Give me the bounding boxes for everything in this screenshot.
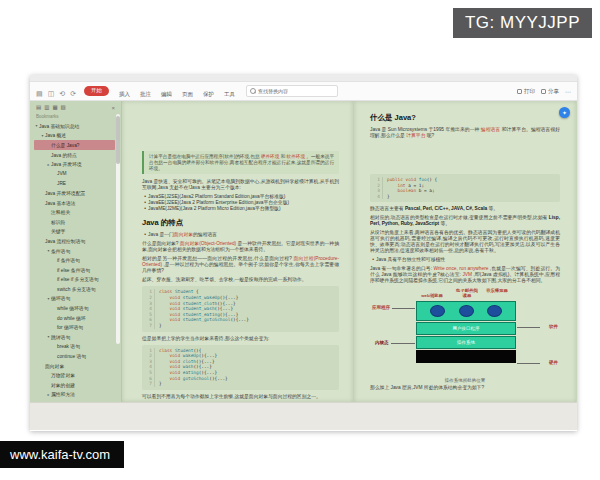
toc-item-3[interactable]: Java 的特点	[34, 150, 115, 160]
toc-item-label: 标识符	[51, 219, 65, 225]
text-run: JavaME(J2ME)(Java 2 Platform Micro Editi…	[148, 206, 280, 212]
toc-item-10[interactable]: 标识符	[34, 217, 115, 227]
bullet-list: •JavaSE(J2SE)(Java2 Platform Standard Ed…	[142, 194, 339, 212]
toc-item-15[interactable]: if else 条件语句	[34, 265, 115, 275]
sidebar-close-icon[interactable]: ×	[111, 105, 115, 111]
redo-icon[interactable]: ⟳	[70, 90, 76, 97]
toc-item-8[interactable]: Java 基本语法	[34, 198, 115, 208]
toc-item-label: 属性和方法	[51, 391, 75, 397]
window-titlebar	[30, 75, 577, 82]
toolbar-button-0[interactable]: 打印	[517, 88, 535, 95]
sidebar-scrollbar-thumb[interactable]	[116, 116, 120, 164]
toc-item-19[interactable]: while 循环语句	[34, 303, 115, 313]
diagram-label-applications: 应用程序	[372, 305, 390, 310]
toc-item-label: if 条件语句	[57, 257, 80, 263]
highlight-text: Write once, run anywhere	[434, 266, 489, 271]
toc-item-7[interactable]: Java 开发环境配置	[34, 188, 115, 198]
line-number: 7	[146, 323, 155, 329]
paragraph: 什么是面向对象? 面向对象(Object-Oriented) 是一种软件开发思想…	[142, 241, 339, 253]
toc-item-label: Java 基本语法	[45, 200, 76, 206]
toc-item-22[interactable]: ▾跳转语句	[34, 332, 115, 342]
text-run: 的编程语言	[193, 232, 217, 238]
toc-item-1[interactable]: ▾Java 概述	[34, 131, 115, 141]
toolbar-button-1[interactable]: 分享	[541, 88, 559, 95]
diagram-label-web-browser: web浏览器	[410, 293, 454, 298]
toc-item-label: JRE	[57, 181, 66, 186]
search-input[interactable]	[258, 88, 334, 94]
toc-item-17[interactable]: switch 多分支语句	[34, 284, 115, 294]
list-item: •JavaME(J2ME)(Java 2 Platform Micro Edit…	[142, 206, 339, 212]
paragraph: 可以看到不用再为每个动作都加上学生前缀,这就是面向对象与面向过程的区别之一。	[142, 394, 339, 400]
sidebar-header: ▤▥▦▧×	[30, 101, 121, 113]
toc-item-28[interactable]: ▸属性和方法	[34, 390, 115, 400]
line-number: 4	[374, 194, 383, 200]
app-circle-icon	[459, 305, 474, 317]
code-token: gotoSchool	[180, 376, 209, 382]
toc-item-label: 条件语句	[51, 248, 70, 254]
toc-item-11[interactable]: 关键字	[34, 227, 115, 237]
save-icon[interactable]: ◫	[48, 90, 55, 97]
toc-item-14[interactable]: if 条件语句	[34, 255, 115, 265]
more-options-icon[interactable]: ⋯	[565, 88, 571, 95]
button-icon	[541, 89, 546, 94]
toolbar-tab-5[interactable]: 工具	[224, 91, 235, 97]
toolbar-tab-4[interactable]: 保护	[203, 91, 214, 97]
start-tab-button[interactable]: 开始	[84, 86, 109, 97]
toc-sidebar: ▤▥▦▧× Bookmarks ▾Java 基础知识总结▾Java 概述什么是 …	[30, 101, 122, 402]
assistant-floating-button[interactable]: ✦	[559, 107, 570, 118]
tg-watermark: TG: MYYJJPP	[453, 8, 592, 38]
toc-item-6[interactable]: JRE	[34, 179, 115, 189]
text-run: 什么是面向对象?	[142, 241, 180, 246]
search-box[interactable]	[246, 85, 338, 97]
paragraph: 从设计的角度上来看,两种语言各有各的优劣。静态语言因为要把人类可读的代码翻译成机…	[370, 230, 560, 254]
diagram-connector-line	[391, 343, 415, 344]
toc-item-25[interactable]: 面向对象	[34, 361, 115, 371]
bookmarks-label: Bookmarks	[30, 113, 121, 121]
toc-item-21[interactable]: for 循环语句	[34, 322, 115, 332]
empty-space	[370, 142, 560, 172]
toc-item-4[interactable]: ▸Java 开发环境	[34, 159, 115, 169]
bookmark-panel-icon[interactable]: ▥	[44, 105, 49, 111]
toc-item-0[interactable]: ▾Java 基础知识总结	[34, 121, 115, 131]
toc-item-18[interactable]: ▾循环语句	[34, 294, 115, 304]
toc-item-26[interactable]: 万物皆对象	[34, 370, 115, 380]
toc-item-label: Java 概述	[45, 132, 66, 138]
highlight-text: 面向对象(Object-Oriented)	[180, 241, 236, 246]
toolbar-tab-1[interactable]: 批注	[140, 91, 151, 97]
toc-item-2[interactable]: 什么是 Java?	[34, 140, 115, 150]
text-run: 可以看到不用再为每个动作都加上学生前缀,这就是面向对象与面向过程的区别之一。	[142, 394, 321, 399]
paragraph: 起床、穿衣服、洗漱刷牙、吃早饭、去学校,一般是按顺序的完成一系列动作。	[142, 277, 339, 283]
highlight-text: 软件环境	[287, 154, 305, 159]
diagram-box: 用户接口程序 操作系统	[416, 301, 516, 363]
toc-item-5[interactable]: JVM	[34, 169, 115, 179]
text-run: 从设计的角度上来看,两种语言各有各的优劣。静态语言因为要把人类可读的代码翻译成机…	[370, 230, 560, 253]
toolbar-tab-2[interactable]: 编辑	[161, 91, 172, 97]
text-run: Java 具有平台独立性和可移植性	[376, 257, 445, 263]
blockquote: 计算平台是指在电脑中运行应用程序(软件)的环境,包括 硬件环境 和 软件环境 。…	[142, 151, 339, 174]
code-token: }	[159, 381, 162, 387]
text-run: 但是如果把上学的学生当作对象来看待,那么这个类就会变为:	[142, 336, 269, 341]
toc-item-24[interactable]: continue 语句	[34, 351, 115, 361]
toc-item-27[interactable]: 对象的创建	[34, 380, 115, 390]
toc-item-label: break 语句	[57, 343, 80, 349]
sidebar-toggle-icon[interactable]: ▤	[36, 90, 43, 97]
toolbar-tabs: 插入批注编辑页面保护工具	[114, 82, 240, 100]
thumbnail-panel-icon[interactable]: ▦	[52, 105, 57, 111]
toc-item-23[interactable]: break 语句	[34, 342, 115, 352]
diagram-label-kernel-mode: 内核态	[375, 340, 389, 345]
undo-icon[interactable]: ⟲	[59, 90, 65, 97]
toc-panel-icon[interactable]: ▤	[36, 105, 41, 111]
content-area: ▤▥▦▧× Bookmarks ▾Java 基础知识总结▾Java 概述什么是 …	[30, 101, 577, 430]
annotation-panel-icon[interactable]: ▧	[61, 105, 66, 111]
diagram-caption: 操作系统所处的位置	[370, 378, 560, 383]
toolbar-tab-3[interactable]: 页面	[182, 91, 193, 97]
toc-item-12[interactable]: Java 流程控制语句	[34, 236, 115, 246]
toc-item-9[interactable]: 注释相关	[34, 207, 115, 217]
toc-item-16[interactable]: if else if 多分支语句	[34, 275, 115, 285]
toc-item-13[interactable]: ▾条件语句	[34, 246, 115, 256]
toolbar-tab-0[interactable]: 插入	[119, 91, 130, 97]
list-item: •Java 具有平台独立性和可移植性	[370, 257, 560, 263]
toc-item-label: 面向对象	[45, 363, 64, 369]
toc-item-20[interactable]: do while 循环	[34, 313, 115, 323]
toc-item-label: 跳转语句	[51, 334, 70, 340]
